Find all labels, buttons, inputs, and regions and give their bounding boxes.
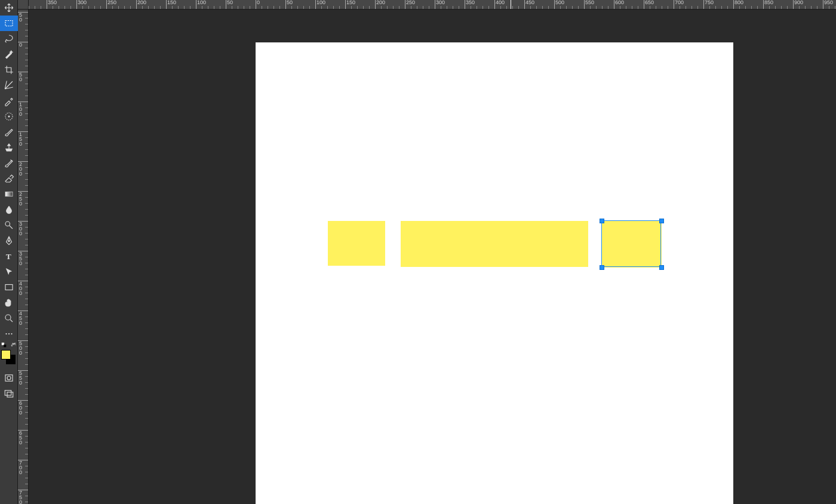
svg-rect-16: [5, 391, 11, 395]
ruler-h-label: 800: [734, 0, 743, 5]
swap-reset-colors[interactable]: [0, 342, 18, 349]
ruler-v-label: 2 0 0: [19, 162, 25, 176]
ruler-v-label: 0: [19, 42, 25, 47]
svg-rect-17: [7, 392, 13, 397]
ruler-v-label: 5 0: [19, 72, 25, 82]
foreground-color-swatch[interactable]: [1, 350, 11, 359]
ruler-h-label: 750: [705, 0, 714, 5]
ruler-v-label: 5 5 0: [19, 371, 25, 385]
crop-tool[interactable]: [0, 62, 18, 78]
eraser-tool[interactable]: [0, 171, 18, 186]
svg-point-15: [7, 376, 11, 380]
color-swatches[interactable]: [0, 350, 18, 368]
lasso-tool[interactable]: [0, 31, 18, 47]
ruler-v-label: 4 0 0: [19, 281, 25, 296]
spot-heal-tool[interactable]: [0, 109, 18, 124]
svg-point-8: [5, 315, 11, 320]
ruler-h-label: 50: [227, 0, 233, 5]
svg-point-5: [8, 241, 10, 242]
ruler-h-label: 200: [376, 0, 385, 5]
selection-handle-ne[interactable]: [659, 219, 664, 223]
ruler-h-label: 300: [436, 0, 445, 5]
gradient-tool[interactable]: [0, 186, 18, 202]
svg-point-2: [8, 116, 10, 118]
ruler-h-label: 650: [645, 0, 654, 5]
zoom-tool[interactable]: [0, 311, 18, 326]
rect-2[interactable]: [401, 221, 588, 267]
ruler-v-label: 3 5 0: [19, 251, 25, 266]
ruler-v-label: 7 0 0: [19, 460, 25, 475]
clone-stamp-tool[interactable]: [0, 140, 18, 155]
ruler-h-label: 500: [555, 0, 564, 5]
ruler-v-label: 6 5 0: [19, 431, 25, 445]
rectangle-select-tool[interactable]: [0, 16, 18, 31]
eyedropper-tool[interactable]: [0, 93, 18, 109]
magic-wand-tool[interactable]: [0, 47, 18, 62]
svg-point-10: [8, 333, 10, 334]
ruler-h-label: 300: [78, 0, 87, 5]
ruler-h-label: 450: [525, 0, 534, 5]
ruler-vertical[interactable]: 1 0 05 005 01 0 01 5 02 0 02 5 03 0 03 5…: [18, 10, 29, 504]
type-tool[interactable]: T: [0, 248, 18, 264]
ruler-h-label: 100: [316, 0, 325, 5]
blur-tool[interactable]: [0, 202, 18, 217]
selection-handle-se[interactable]: [659, 265, 664, 270]
selection-outline[interactable]: [601, 220, 661, 267]
svg-rect-14: [5, 375, 13, 382]
screen-mode-toggle[interactable]: [0, 386, 18, 401]
history-brush-tool[interactable]: [0, 155, 18, 171]
ruler-h-label: 400: [496, 0, 505, 5]
move-tool[interactable]: [0, 0, 18, 16]
ruler-h-label: 350: [466, 0, 475, 5]
pen-tool[interactable]: [0, 233, 18, 248]
ruler-v-label: 1 5 0: [19, 132, 25, 146]
ruler-h-label: 350: [48, 0, 57, 5]
ruler-v-label: 1 0 0: [19, 102, 25, 116]
svg-rect-3: [5, 192, 13, 196]
selection-handle-sw[interactable]: [600, 265, 604, 270]
ruler-h-label: 700: [675, 0, 684, 5]
ruler-v-label: 4 5 0: [19, 311, 25, 325]
slice-tool[interactable]: [0, 78, 18, 93]
rect-1[interactable]: [328, 221, 385, 266]
more-tools[interactable]: [0, 326, 18, 342]
svg-point-9: [5, 333, 7, 334]
ruler-h-label: 150: [167, 0, 176, 5]
ruler-cursor: [511, 0, 511, 10]
canvas-viewport[interactable]: [29, 10, 836, 504]
ruler-h-label: 100: [197, 0, 206, 5]
ruler-v-label: 2 5 0: [19, 192, 25, 206]
ruler-v-label: 3 0 0: [19, 222, 25, 236]
ruler-v-label: 6 0 0: [19, 401, 25, 415]
ruler-v-label: 5 0: [19, 13, 25, 22]
ruler-v-label: 7 5 0: [19, 490, 25, 504]
default-colors-icon: [1, 342, 7, 348]
swap-colors-icon: [11, 342, 17, 348]
brush-tool[interactable]: [0, 124, 18, 140]
ruler-h-label: 200: [137, 0, 146, 5]
quick-mask-toggle[interactable]: [0, 370, 18, 386]
rectangle-shape-tool[interactable]: [0, 279, 18, 295]
svg-rect-13: [4, 345, 6, 347]
ruler-v-label: 5 0 0: [19, 341, 25, 355]
svg-point-4: [5, 222, 10, 226]
svg-text:T: T: [6, 252, 11, 261]
ruler-h-label: 0: [257, 0, 260, 5]
ruler-h-label: 550: [585, 0, 594, 5]
hand-tool[interactable]: [0, 295, 18, 311]
ruler-origin[interactable]: [18, 0, 29, 10]
svg-point-11: [11, 333, 12, 334]
svg-rect-7: [5, 285, 13, 290]
ruler-horizontal[interactable]: 4003503002502001501005005010015020025030…: [29, 0, 836, 10]
ruler-h-label: 600: [615, 0, 624, 5]
path-select-tool[interactable]: [0, 264, 18, 279]
ruler-h-label: 50: [287, 0, 293, 5]
ruler-h-label: 250: [406, 0, 415, 5]
ruler-h-label: 150: [346, 0, 355, 5]
svg-rect-0: [5, 21, 13, 26]
ruler-h-label: 900: [794, 0, 803, 5]
canvas[interactable]: [256, 42, 733, 504]
dodge-tool[interactable]: [0, 217, 18, 233]
selection-handle-nw[interactable]: [600, 219, 604, 223]
ruler-h-label: 250: [107, 0, 116, 5]
